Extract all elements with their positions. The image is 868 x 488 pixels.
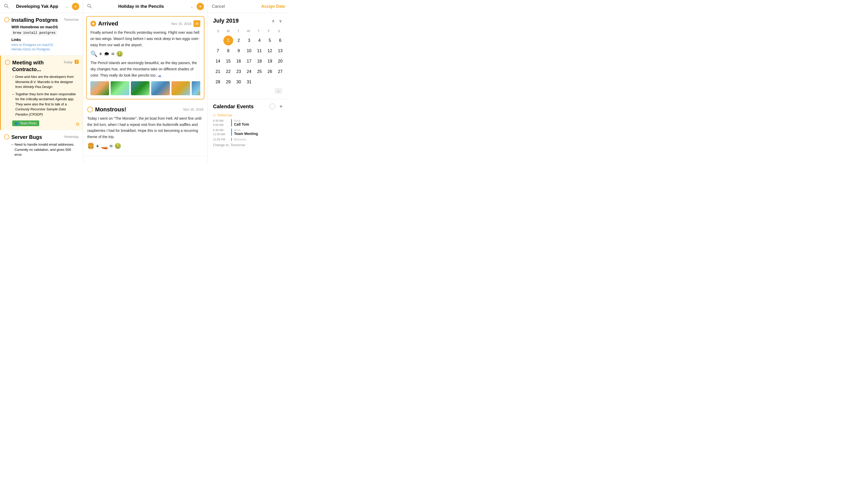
cal-day-18[interactable]: 18 bbox=[254, 56, 265, 66]
cal-day-9[interactable]: 9 bbox=[234, 46, 244, 56]
event-details-team-meeting: Work Team Meeting bbox=[234, 129, 284, 136]
calendar-expand-button[interactable]: ⌄ bbox=[275, 88, 282, 94]
cal-day-27[interactable]: 27 bbox=[275, 67, 285, 76]
gear-icon-meeting[interactable]: ⚙ bbox=[75, 122, 80, 127]
cal-day-30[interactable]: 30 bbox=[234, 77, 244, 87]
event-call-tom[interactable]: 8:30 AM 9:00 AM Privé Call Tom bbox=[213, 119, 284, 126]
cal-day-5[interactable]: 5 bbox=[265, 36, 275, 45]
task-item-installing-postgres[interactable]: Installing Postgres Tomorrow With Homebr… bbox=[0, 13, 83, 56]
search-icon[interactable] bbox=[4, 3, 9, 10]
cal-day-28[interactable]: 28 bbox=[213, 77, 223, 87]
task-link-intro-postgres[interactable]: Intro to Postgres on macOS bbox=[11, 43, 79, 47]
task-bullet-bugs-1: Need to handle invalid email addresses. … bbox=[11, 142, 79, 157]
calendar-panel: Cancel Assign Date July 2019 ∧ ∨ S M T W… bbox=[208, 0, 289, 163]
gear-icon-arrived[interactable]: ⚙ bbox=[196, 91, 201, 96]
cal-day-23[interactable]: 23 bbox=[234, 67, 244, 76]
assign-date-button[interactable]: Assign Date bbox=[261, 4, 285, 9]
calendar-grid: S M T W T F S 12345678910111213141516171… bbox=[213, 28, 284, 87]
cal-day-4[interactable]: 4 bbox=[254, 36, 265, 45]
cal-day-20[interactable]: 20 bbox=[275, 56, 285, 66]
event-category-team-meeting: Work bbox=[234, 129, 284, 132]
cal-day-11[interactable]: 11 bbox=[254, 46, 265, 56]
task-date-bugs: Yesterday bbox=[64, 135, 79, 139]
event-start-call-tom: 8:30 AM bbox=[213, 119, 229, 122]
note-image-boat[interactable] bbox=[151, 81, 170, 95]
event-momenta[interactable]: 12:00 PM Momenta bbox=[213, 138, 284, 141]
note-image-waterfall[interactable] bbox=[131, 81, 150, 95]
calendar-month-title: July 2019 bbox=[213, 18, 270, 24]
note-image-starfish[interactable] bbox=[172, 81, 190, 95]
note-monstrous[interactable]: Monstrous! Nov 16, 2018 Today I went on … bbox=[83, 102, 208, 156]
cal-day-31[interactable]: 31 bbox=[244, 77, 254, 87]
add-note-button[interactable]: + bbox=[196, 3, 204, 10]
event-team-meeting[interactable]: 9:30 AM 11:00 AM Work Team Meeting bbox=[213, 129, 284, 136]
event-start-team-meeting: 9:30 AM bbox=[213, 129, 229, 132]
event-name-team-meeting: Team Meeting bbox=[234, 132, 284, 136]
cal-day-7[interactable]: 7 bbox=[213, 46, 223, 56]
task-bullet-1: Drew and Alex are the developers from Mo… bbox=[12, 74, 79, 90]
event-category-call-tom: Privé bbox=[234, 119, 284, 122]
task-bullets-meeting: Drew and Alex are the developers from Mo… bbox=[12, 74, 79, 117]
cal-day-19[interactable]: 19 bbox=[265, 56, 275, 66]
search-icon-notes[interactable] bbox=[87, 3, 92, 10]
note-calendar-icon-arrived: 15 bbox=[193, 20, 200, 27]
cal-day-22[interactable]: 22 bbox=[223, 67, 233, 76]
cal-header-fri: F bbox=[264, 28, 274, 34]
calendar-prev-button[interactable]: ∧ bbox=[270, 17, 277, 24]
cal-day-2[interactable]: 2 bbox=[234, 36, 244, 45]
cal-day-3[interactable]: 3 bbox=[244, 36, 254, 45]
task-title-meeting: Meeting with Contracto... bbox=[12, 59, 61, 73]
event-details-call-tom: Privé Call Tom bbox=[234, 119, 284, 126]
task-badge-meeting: 7 bbox=[74, 60, 79, 64]
calendar-tomorrow-label: Tomorrow bbox=[213, 113, 284, 117]
note-image-palm[interactable] bbox=[111, 81, 129, 95]
cal-day-15[interactable]: 15 bbox=[223, 56, 233, 66]
note-title-monstrous: Monstrous! bbox=[95, 106, 181, 113]
task-circle-bugs bbox=[4, 134, 9, 139]
cal-day-16[interactable]: 16 bbox=[234, 56, 244, 66]
notes-panel-header: Holiday in the Pencils ⌄ + bbox=[83, 0, 208, 13]
event-details-momenta: Momenta bbox=[234, 138, 284, 141]
calendar-header: Cancel Assign Date bbox=[208, 0, 289, 13]
calendar-next-button[interactable]: ∨ bbox=[277, 17, 284, 24]
cal-day-12[interactable]: 12 bbox=[265, 46, 275, 56]
team-photo-button[interactable]: 👥 Team Photo bbox=[12, 121, 39, 126]
task-item-meeting-contractor[interactable]: Meeting with Contracto... Today 7 Drew a… bbox=[0, 56, 83, 130]
cal-day-10[interactable]: 10 bbox=[244, 46, 254, 56]
chevron-down-icon-notes: ⌄ bbox=[190, 4, 193, 9]
task-item-server-bugs[interactable]: Server Bugs Yesterday Need to handle inv… bbox=[0, 130, 83, 163]
svg-line-1 bbox=[7, 6, 8, 8]
task-circle-installing-postgres bbox=[4, 17, 9, 22]
cal-day-17[interactable]: 17 bbox=[244, 56, 254, 66]
task-bullets-bugs: Need to handle invalid email addresses. … bbox=[11, 142, 79, 157]
cal-day-29[interactable]: 29 bbox=[223, 77, 233, 87]
event-category-momenta: Momenta bbox=[234, 138, 284, 141]
calendar-events-add-button[interactable]: + bbox=[278, 103, 284, 109]
cal-day-21[interactable]: 21 bbox=[213, 67, 223, 76]
cal-day-1[interactable]: 1 bbox=[223, 36, 233, 45]
note-image-beach[interactable] bbox=[90, 81, 109, 95]
cal-day-13[interactable]: 13 bbox=[275, 46, 285, 56]
tasks-panel-header: Developing Yak App ⌄ + bbox=[0, 0, 83, 13]
cal-day-8[interactable]: 8 bbox=[223, 46, 233, 56]
calendar-events-section: Calendar Events + Tomorrow 8:30 AM 9:00 … bbox=[208, 99, 289, 163]
cal-day-14[interactable]: 14 bbox=[213, 56, 223, 66]
cal-day-25[interactable]: 25 bbox=[254, 67, 265, 76]
calendar-events-circle-button[interactable] bbox=[270, 104, 275, 109]
cal-header-sat: S bbox=[274, 28, 284, 34]
add-task-button[interactable]: + bbox=[72, 3, 79, 10]
cal-day-26[interactable]: 26 bbox=[265, 67, 275, 76]
tasks-panel-title: Developing Yak App bbox=[11, 4, 63, 9]
tomorrow-dot bbox=[213, 114, 216, 117]
note-arrived-header: Arrived Nov 15, 2018 15 bbox=[90, 20, 200, 27]
task-bullet-2: Together they form the team responsible … bbox=[12, 92, 79, 117]
cal-day-empty-32 bbox=[254, 77, 265, 87]
cancel-button[interactable]: Cancel bbox=[212, 4, 225, 9]
event-bar-momenta bbox=[231, 138, 232, 141]
note-circle-arrived bbox=[90, 21, 96, 27]
cal-day-24[interactable]: 24 bbox=[244, 67, 254, 76]
note-arrived[interactable]: Arrived Nov 15, 2018 15 Finally arrived … bbox=[86, 16, 205, 99]
task-link-heroku-postgres[interactable]: Heroku Docs on Postgres bbox=[11, 47, 79, 51]
cal-day-6[interactable]: 6 bbox=[275, 36, 285, 45]
event-bar-call-tom bbox=[231, 119, 232, 126]
